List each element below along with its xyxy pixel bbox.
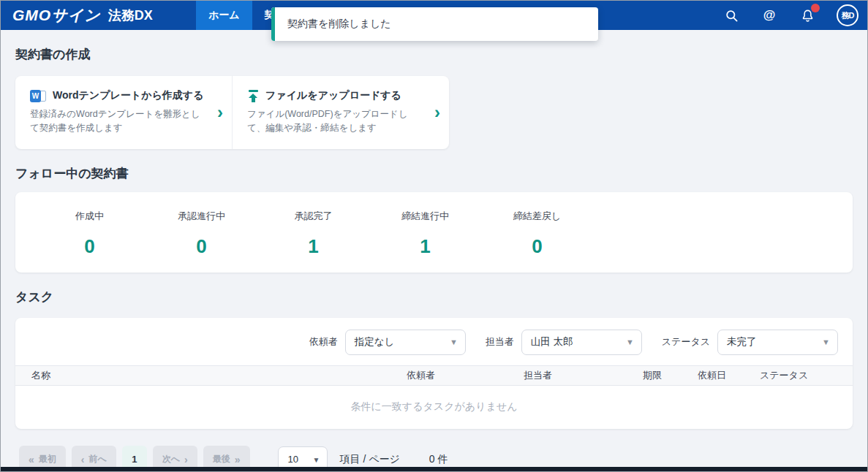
filter-requester: 依頼者 指定なし ▼ bbox=[309, 330, 466, 355]
card-title: ファイルをアップロードする bbox=[265, 89, 401, 102]
main-content: 契約書の作成 W Wordテンプレートから作成する 登録済みのWordテンプレー… bbox=[1, 30, 867, 472]
filter-label: 依頼者 bbox=[309, 335, 338, 349]
chevron-down-icon: ▼ bbox=[626, 338, 634, 346]
upload-file-card[interactable]: ファイルをアップロードする ファイル(Word/PDF)をアップロードして、編集… bbox=[232, 76, 449, 149]
stat-approval-complete[interactable]: 承認完了 1 bbox=[257, 210, 369, 273]
stat-value: 0 bbox=[34, 235, 146, 258]
card-title: Wordテンプレートから作成する bbox=[53, 89, 203, 102]
card-description: 登録済みのWordテンプレートを雛形として契約書を作成します bbox=[30, 107, 204, 136]
create-from-word-template-card[interactable]: W Wordテンプレートから作成する 登録済みのWordテンプレートを雛形として… bbox=[15, 76, 232, 149]
section-title-create-contract: 契約書の作成 bbox=[15, 46, 867, 63]
column-header-assignee: 担当者 bbox=[524, 369, 643, 382]
app-window: GMOサイン 法務DX ホーム 契約書 @ bbox=[0, 0, 868, 472]
stat-value: 1 bbox=[369, 235, 481, 258]
nav-home-label: ホーム bbox=[208, 9, 240, 22]
word-file-icon: W bbox=[30, 90, 46, 102]
chevron-down-icon: ▼ bbox=[822, 338, 830, 346]
double-chevron-right-icon: » bbox=[235, 454, 241, 465]
chevron-down-icon: ▼ bbox=[450, 338, 458, 346]
topbar-actions: @ 務D bbox=[722, 1, 858, 30]
total-items-count: 0 件 bbox=[429, 453, 448, 466]
filter-status: ステータス 未完了 ▼ bbox=[662, 330, 838, 355]
filter-label: ステータス bbox=[662, 335, 710, 349]
empty-message: 条件に一致するタスクがありません bbox=[351, 400, 518, 414]
upload-icon bbox=[247, 90, 259, 102]
stat-label: 締結進行中 bbox=[369, 210, 481, 223]
status-select[interactable]: 未完了 ▼ bbox=[717, 330, 838, 355]
chevron-down-icon: ▼ bbox=[313, 455, 320, 463]
chevron-right-icon: › bbox=[217, 104, 223, 121]
selected-value: 山田 太郎 bbox=[531, 335, 573, 349]
stat-label: 作成中 bbox=[34, 210, 146, 223]
nav-item-home[interactable]: ホーム bbox=[196, 1, 252, 30]
card-description: ファイル(Word/PDF)をアップロードして、編集や承認・締結をします bbox=[247, 107, 421, 136]
chevron-left-icon: ‹ bbox=[81, 454, 85, 465]
stat-label: 承認完了 bbox=[257, 210, 369, 223]
search-icon[interactable] bbox=[722, 7, 740, 24]
requester-select[interactable]: 指定なし ▼ bbox=[345, 330, 466, 355]
tasks-panel: 依頼者 指定なし ▼ 担当者 山田 太郎 ▼ ステータス bbox=[15, 318, 853, 429]
section-title-followed-contracts: フォロー中の契約書 bbox=[15, 165, 867, 182]
column-header-deadline: 期限 bbox=[643, 369, 698, 382]
create-options-panel: W Wordテンプレートから作成する 登録済みのWordテンプレートを雛形として… bbox=[15, 76, 449, 149]
items-per-page-label: 項目 / ページ bbox=[340, 453, 400, 466]
column-header-status: ステータス bbox=[760, 369, 853, 382]
bottom-bar bbox=[1, 467, 867, 471]
stat-value: 0 bbox=[481, 235, 593, 258]
stat-conclusion-in-progress[interactable]: 締結進行中 1 bbox=[369, 210, 481, 273]
selected-value: 指定なし bbox=[355, 335, 395, 349]
stat-value: 0 bbox=[146, 235, 257, 258]
double-chevron-left-icon: « bbox=[29, 454, 34, 465]
logo-houmu-dx: 法務DX bbox=[108, 7, 153, 24]
notification-bell-icon[interactable] bbox=[799, 7, 816, 24]
stat-drafting[interactable]: 作成中 0 bbox=[34, 210, 146, 273]
stat-value: 1 bbox=[257, 235, 369, 258]
toast-notification: 契約書を削除しました bbox=[271, 7, 598, 41]
stat-approval-in-progress[interactable]: 承認進行中 0 bbox=[146, 210, 257, 273]
column-header-request-date: 依頼日 bbox=[698, 369, 760, 382]
chevron-right-icon: › bbox=[184, 454, 188, 465]
chevron-right-icon: › bbox=[434, 104, 440, 121]
avatar[interactable]: 務D bbox=[837, 4, 858, 26]
stat-label: 承認進行中 bbox=[146, 210, 257, 223]
column-header-name: 名称 bbox=[31, 369, 407, 382]
mention-icon[interactable]: @ bbox=[761, 7, 778, 24]
task-table-header: 名称 依頼者 担当者 期限 依頼日 ステータス bbox=[15, 365, 853, 386]
logo-gmo-sign: GMOサイン bbox=[12, 5, 101, 26]
task-table-empty-state: 条件に一致するタスクがありません bbox=[15, 386, 853, 428]
filter-label: 担当者 bbox=[486, 335, 514, 349]
assignee-select[interactable]: 山田 太郎 ▼ bbox=[521, 330, 642, 355]
section-title-tasks: タスク bbox=[15, 289, 867, 305]
notification-badge bbox=[811, 4, 820, 12]
task-filters: 依頼者 指定なし ▼ 担当者 山田 太郎 ▼ ステータス bbox=[15, 318, 853, 355]
followed-contracts-panel: 作成中 0 承認進行中 0 承認完了 1 締結進行中 1 締結差戻し 0 bbox=[15, 192, 853, 273]
stat-conclusion-returned[interactable]: 締結差戻し 0 bbox=[481, 210, 593, 273]
stat-label: 締結差戻し bbox=[481, 210, 593, 223]
filter-assignee: 担当者 山田 太郎 ▼ bbox=[486, 330, 642, 355]
column-header-requester: 依頼者 bbox=[407, 369, 524, 382]
app-logo[interactable]: GMOサイン 法務DX bbox=[12, 1, 153, 30]
toast-message: 契約書を削除しました bbox=[275, 18, 391, 31]
selected-value: 未完了 bbox=[727, 335, 757, 349]
page-size-value: 10 bbox=[288, 454, 298, 465]
